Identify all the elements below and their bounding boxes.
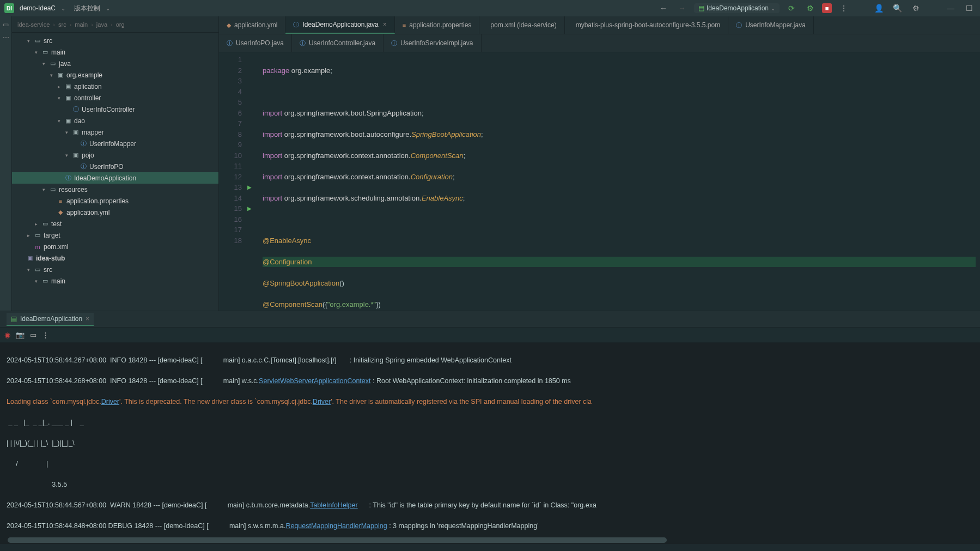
tree-twisty[interactable]: ▾ xyxy=(40,61,47,66)
tree-twisty[interactable]: ▾ xyxy=(63,130,70,135)
tree-item[interactable]: ▸▭test xyxy=(12,218,218,229)
tree-item[interactable]: ▾▣controller xyxy=(12,92,218,104)
tree-item[interactable]: ▸▭target xyxy=(12,229,218,241)
tree-item[interactable]: ≡application.properties xyxy=(12,195,218,207)
breadcrumb-item[interactable]: idea-service xyxy=(17,21,50,28)
chevron-down-icon[interactable]: ⌄ xyxy=(106,5,110,11)
tree-twisty[interactable]: ▾ xyxy=(25,267,32,273)
layout-icon[interactable]: ▭ xyxy=(30,331,36,339)
debug-button[interactable]: ⚙ xyxy=(804,2,817,15)
tree-item[interactable]: ▸▣aplication xyxy=(12,81,218,92)
stop-button[interactable]: ■ xyxy=(822,3,832,13)
tree-item[interactable]: ▾▣dao xyxy=(12,115,218,126)
tree-label: target xyxy=(44,232,60,239)
nav-back-icon[interactable]: ← xyxy=(657,2,670,15)
editor-tab[interactable]: ≡application.properties xyxy=(395,16,480,34)
run-config-selector[interactable]: ▤ IdeaDemoApplication ⌄ xyxy=(694,3,780,13)
run-tab-bar: ▤ IdeaDemoApplication × xyxy=(0,311,980,328)
console-output[interactable]: 2024-05-15T10:58:44.267+08:00 INFO 18428… xyxy=(0,343,980,536)
tree-twisty[interactable]: ▸ xyxy=(25,233,32,238)
editor-tabs-row1: ◆application.ymlⒾIdeaDemoApplication.jav… xyxy=(219,16,980,34)
nav-forward-icon[interactable]: → xyxy=(675,2,689,15)
tree-item[interactable]: mpom.xml xyxy=(12,241,218,252)
tree-item[interactable]: ▾▭src xyxy=(12,35,218,46)
close-icon[interactable]: × xyxy=(86,315,89,323)
tree-label: pojo xyxy=(82,152,94,159)
horizontal-scrollbar[interactable] xyxy=(0,536,980,544)
tree-label: pom.xml xyxy=(44,243,68,251)
editor-tab[interactable]: pom.xml (idea-service) xyxy=(479,16,564,34)
tree-item[interactable]: ▾▭src xyxy=(12,264,218,275)
close-icon[interactable]: × xyxy=(383,21,387,28)
tree-twisty[interactable]: ▾ xyxy=(56,118,62,124)
titlebar: DI demo-IdeaC ⌄ 版本控制 ⌄ ← → ▤ IdeaDemoApp… xyxy=(0,0,980,16)
breadcrumb-item[interactable]: org xyxy=(116,21,125,28)
folder-icon: ▭ xyxy=(41,220,49,227)
user-icon[interactable]: 👤 xyxy=(872,2,885,15)
folder-icon: ▭ xyxy=(49,60,57,67)
tree-item[interactable]: ◆application.yml xyxy=(12,207,218,218)
project-tool-icon[interactable]: ▭ xyxy=(3,21,9,28)
tree-item[interactable]: ▾▭java xyxy=(12,58,218,69)
tree-twisty[interactable]: ▾ xyxy=(40,187,47,192)
screenshot-icon[interactable]: 📷 xyxy=(16,331,25,339)
tab-label: UserInfoMapper.java xyxy=(745,21,806,29)
tree-twisty[interactable]: ▾ xyxy=(33,50,39,55)
left-gutter: ▭ ⋯ xyxy=(0,16,12,311)
tree-twisty[interactable]: ▾ xyxy=(48,72,54,78)
tree-item[interactable]: ▣idea-stub xyxy=(12,252,218,264)
more-icon[interactable]: ⋮ xyxy=(42,331,49,339)
tree-twisty[interactable]: ▾ xyxy=(25,38,32,44)
code-editor[interactable]: package org.example; import org.springfr… xyxy=(258,52,980,311)
breadcrumb-item[interactable]: main xyxy=(75,21,88,28)
ellipsis-icon[interactable]: ⋯ xyxy=(3,34,9,41)
tree-twisty[interactable]: ▾ xyxy=(56,95,62,101)
scroll-thumb[interactable] xyxy=(8,537,667,543)
editor-tab[interactable]: ⒾUserInfoController.java xyxy=(292,34,384,52)
run-gutter[interactable]: ▶ ▶ xyxy=(247,52,258,311)
tree-label: controller xyxy=(74,94,101,102)
breadcrumb[interactable]: idea-service› src› main› java› org xyxy=(12,16,218,33)
editor-tab[interactable]: mybatis-plus-spring-boot-autoconfigure-3… xyxy=(565,16,728,34)
tree-item[interactable]: ▾▭main xyxy=(12,275,218,287)
project-name[interactable]: demo-IdeaC xyxy=(20,4,56,12)
java-icon: Ⓘ xyxy=(227,39,233,47)
stop-process-icon[interactable]: ◉ xyxy=(4,331,10,339)
project-tree[interactable]: ▾▭src▾▭main▾▭java▾▣org.example▸▣aplicati… xyxy=(12,33,218,289)
tree-item[interactable]: ⒾUserInfoMapper xyxy=(12,138,218,149)
tree-label: test xyxy=(51,220,62,228)
chevron-down-icon: ⌄ xyxy=(771,5,775,11)
tree-item[interactable]: ▾▣org.example xyxy=(12,69,218,81)
java-icon: Ⓘ xyxy=(64,174,72,182)
editor-tab[interactable]: ⒾUserInfoServiceImpl.java xyxy=(384,34,481,52)
folder-icon: ▭ xyxy=(34,266,41,273)
vcs-menu[interactable]: 版本控制 xyxy=(74,4,100,13)
tree-item[interactable]: ▾▭resources xyxy=(12,184,218,195)
editor-tab[interactable]: ⒾIdeaDemoApplication.java× xyxy=(285,16,394,34)
editor-tab[interactable]: ⒾUserInfoMapper.java xyxy=(728,16,814,34)
editor-tab[interactable]: ⒾUserInfoPO.java xyxy=(219,34,292,52)
tree-item[interactable]: ▾▭main xyxy=(12,46,218,58)
run-tab-label: IdeaDemoApplication xyxy=(20,315,82,323)
editor-tab[interactable]: ◆application.yml xyxy=(219,16,285,34)
tree-item[interactable]: ▾▣pojo xyxy=(12,149,218,161)
breadcrumb-item[interactable]: java xyxy=(96,21,107,28)
settings-icon[interactable]: ⚙ xyxy=(909,2,922,15)
tree-item[interactable]: ▾▣mapper xyxy=(12,126,218,138)
tree-label: java xyxy=(59,60,71,68)
tree-item[interactable]: ⒾIdeaDemoApplication xyxy=(12,172,218,184)
chevron-down-icon[interactable]: ⌄ xyxy=(61,5,65,11)
tree-twisty[interactable]: ▾ xyxy=(33,278,39,284)
tree-twisty[interactable]: ▸ xyxy=(56,84,62,89)
run-button[interactable]: ⟳ xyxy=(785,2,798,15)
tree-item[interactable]: ⒾUserInfoPO xyxy=(12,161,218,172)
tree-twisty[interactable]: ▾ xyxy=(63,153,70,158)
tree-twisty[interactable]: ▸ xyxy=(33,221,39,227)
search-icon[interactable]: 🔍 xyxy=(891,2,904,15)
tree-item[interactable]: ⒾUserInfoController xyxy=(12,104,218,115)
maximize-icon[interactable]: ☐ xyxy=(963,2,976,15)
more-icon[interactable]: ⋮ xyxy=(837,2,850,15)
breadcrumb-item[interactable]: src xyxy=(58,21,66,28)
run-tab[interactable]: ▤ IdeaDemoApplication × xyxy=(7,313,94,326)
minimize-icon[interactable]: — xyxy=(944,2,957,15)
